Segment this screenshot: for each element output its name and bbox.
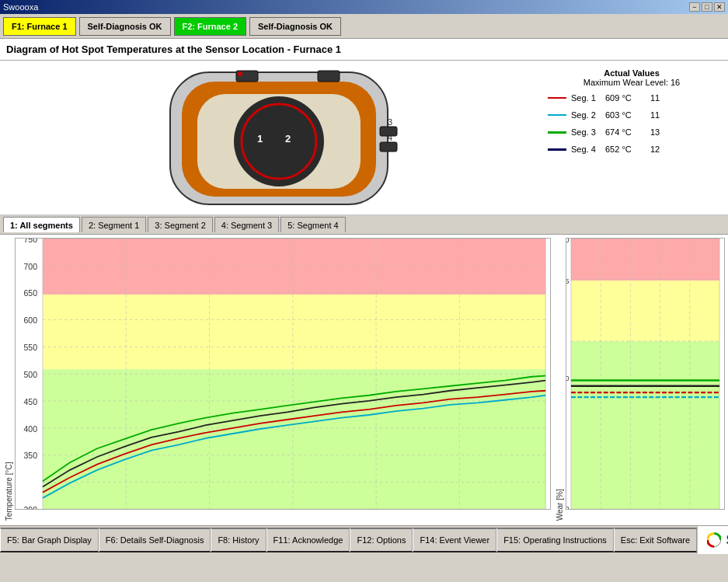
bottom-footer: F5: Bar Graph Display F6: Details Self-D… bbox=[0, 525, 728, 553]
f14-event-viewer-button[interactable]: F14: Event Viewer bbox=[413, 528, 496, 552]
svg-text:650: 650 bbox=[23, 288, 37, 298]
svg-text:300: 300 bbox=[23, 505, 37, 509]
svg-point-3 bbox=[234, 96, 324, 186]
svg-text:550: 550 bbox=[23, 343, 37, 352]
tab-segment-2[interactable]: 3: Segment 2 bbox=[148, 217, 212, 232]
f6-self-diagnosis-button[interactable]: F6: Details Self-Diagnosis bbox=[99, 528, 211, 552]
charts-area: Temperature [°C] bbox=[0, 235, 728, 525]
hour-chart-svg: 100 85 50 0 13:20 13:30 13:40 13:50 14:0… bbox=[566, 239, 724, 509]
tab-segment-4[interactable]: 5: Segment 4 bbox=[280, 217, 345, 232]
title-bar-text: Swoooxa bbox=[3, 2, 38, 12]
svg-text:1: 1 bbox=[257, 133, 263, 145]
wear-y-axis-label: Wear [%] bbox=[554, 238, 566, 522]
segment-2-row: Seg. 2 603 °C 11 bbox=[548, 110, 716, 120]
svg-text:500: 500 bbox=[23, 370, 37, 379]
segment-4-row: Seg. 4 652 °C 12 bbox=[548, 145, 716, 154]
svg-text:100: 100 bbox=[566, 239, 570, 244]
f12-options-button[interactable]: F12: Options bbox=[350, 528, 413, 552]
actual-values-panel: Actual Values Maximum Wear Level: 16 Seg… bbox=[538, 64, 725, 211]
actual-values-title: Actual Values Maximum Wear Level: 16 bbox=[583, 68, 681, 87]
saveway-logo-icon bbox=[707, 529, 721, 551]
hour-wear-chart: 100 85 50 0 13:20 13:30 13:40 13:50 14:0… bbox=[566, 238, 725, 510]
segment-3-row: Seg. 3 674 °C 13 bbox=[548, 127, 716, 137]
svg-rect-16 bbox=[43, 369, 545, 509]
top-section: 1 2 3 4 Actual Values Maximum Wear Level… bbox=[0, 61, 728, 216]
svg-text:85: 85 bbox=[566, 277, 570, 285]
page-title: Diagram of Hot Spot Temperatures at the … bbox=[0, 39, 728, 61]
tab-self-diagnosis-1[interactable]: Self-Diagnosis OK bbox=[79, 17, 171, 36]
f8-history-button[interactable]: F8: History bbox=[211, 528, 266, 552]
tab-segment-1[interactable]: 2: Segment 1 bbox=[82, 217, 146, 232]
svg-text:600: 600 bbox=[23, 315, 37, 325]
svg-text:400: 400 bbox=[23, 423, 37, 433]
hour-chart-container: Wear [%] bbox=[554, 238, 725, 522]
maximize-button[interactable]: □ bbox=[702, 2, 712, 12]
bottom-toolbar: F5: Bar Graph Display F6: Details Self-D… bbox=[0, 526, 697, 554]
svg-text:350: 350 bbox=[23, 451, 37, 460]
svg-text:3: 3 bbox=[388, 117, 392, 127]
svg-rect-15 bbox=[43, 294, 545, 369]
f11-acknowledge-button[interactable]: F11: Acknowledge bbox=[266, 528, 350, 552]
title-bar-buttons[interactable]: − □ ✕ bbox=[689, 2, 725, 12]
svg-rect-14 bbox=[43, 239, 545, 294]
svg-text:750: 750 bbox=[23, 239, 37, 244]
furnace-tab-row: F1: Furnace 1 Self-Diagnosis OK F2: Furn… bbox=[0, 14, 728, 39]
tab-f2-furnace2[interactable]: F2: Furnace 2 bbox=[174, 17, 247, 36]
close-button[interactable]: ✕ bbox=[714, 2, 725, 12]
svg-text:2: 2 bbox=[285, 133, 291, 145]
saveway-logo-area: Saveway® bbox=[697, 526, 728, 554]
furnace-diagram: 1 2 3 4 bbox=[3, 64, 538, 211]
tab-segment-3[interactable]: 4: Segment 3 bbox=[214, 217, 279, 232]
main-temperature-chart: 750 700 650 600 550 500 450 400 350 300 … bbox=[15, 238, 551, 510]
main-chart-svg: 750 700 650 600 550 500 450 400 350 300 … bbox=[16, 239, 550, 509]
esc-exit-button[interactable]: Esc: Exit Software bbox=[614, 528, 697, 552]
tab-f1-furnace1[interactable]: F1: Furnace 1 bbox=[3, 17, 76, 36]
svg-rect-6 bbox=[318, 71, 340, 82]
svg-rect-51 bbox=[571, 239, 719, 281]
svg-rect-52 bbox=[571, 281, 719, 341]
svg-text:50: 50 bbox=[566, 374, 570, 382]
svg-text:4: 4 bbox=[388, 133, 392, 142]
minimize-button[interactable]: − bbox=[689, 2, 700, 12]
svg-text:450: 450 bbox=[23, 397, 37, 406]
svg-text:700: 700 bbox=[23, 261, 37, 270]
svg-rect-9 bbox=[380, 142, 397, 152]
temperature-y-axis-label: Temperature [°C] bbox=[3, 238, 15, 522]
chart-tabs-row: 1: All segments 2: Segment 1 3: Segment … bbox=[0, 216, 728, 235]
f15-instructions-button[interactable]: F15: Operating Instructions bbox=[496, 528, 614, 552]
f5-bar-graph-button[interactable]: F5: Bar Graph Display bbox=[0, 528, 99, 552]
svg-point-7 bbox=[238, 71, 242, 76]
tab-self-diagnosis-2[interactable]: Self-Diagnosis OK bbox=[249, 17, 341, 36]
svg-rect-53 bbox=[571, 341, 719, 509]
title-bar: Swoooxa − □ ✕ bbox=[0, 0, 728, 14]
tab-all-segments[interactable]: 1: All segments bbox=[3, 217, 80, 232]
svg-point-80 bbox=[711, 537, 718, 544]
segment-1-row: Seg. 1 609 °C 11 bbox=[548, 93, 716, 103]
main-chart-container: Temperature [°C] bbox=[3, 238, 551, 522]
svg-text:0: 0 bbox=[566, 504, 570, 510]
furnace-svg: 1 2 3 4 bbox=[124, 64, 419, 211]
